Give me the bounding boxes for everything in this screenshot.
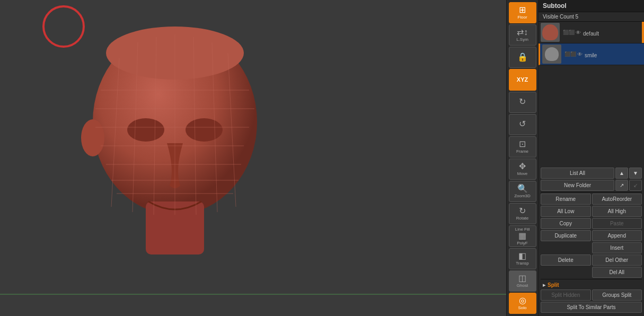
transp-label: Transp	[516, 261, 529, 266]
split-similar-row: Split To Similar Parts	[541, 302, 642, 313]
subtool-controls-default: ⬛⬛ 👁	[563, 30, 581, 36]
ground-line	[0, 294, 506, 295]
controls-section: List All ▲ ▼ New Folder ↗ ↙ Rename AutoR…	[539, 165, 644, 316]
split-label: ▸Split	[541, 280, 642, 289]
linefill-button[interactable]: Line Fill ▦ PolyF	[509, 225, 536, 247]
lock-icon: 🔒	[517, 53, 528, 62]
lsym-label: L.Sym	[516, 37, 528, 42]
frame-icon: ⊡	[519, 140, 526, 148]
auto-reorder-button[interactable]: AutoReorder	[592, 194, 642, 205]
transp-button[interactable]: ◧ Transp	[509, 248, 536, 269]
divider-2	[541, 279, 642, 279]
list-all-row: List All ▲ ▼	[541, 168, 642, 179]
transp-icon: ◧	[518, 252, 526, 260]
move-label: Move	[517, 171, 528, 176]
head-model	[53, 27, 318, 286]
arrow-down-button[interactable]: ▼	[629, 168, 642, 179]
rot1-button[interactable]: ↻	[509, 92, 536, 113]
polyf-label: PolyF	[517, 241, 527, 245]
subtool-name-default: default	[581, 29, 642, 37]
frame-button[interactable]: ⊡ Frame	[509, 136, 536, 157]
subtool-panel: Subtool Visible Count 5 ⬛⬛ 👁 default ⬛⬛ …	[538, 0, 644, 316]
solo-button[interactable]: ◎ Solo	[509, 293, 536, 314]
groups-split-button[interactable]: Groups Split	[592, 289, 642, 301]
floor-label: Floor	[517, 15, 527, 20]
linefill-icon: ▦	[518, 232, 526, 240]
delete-row: Delete Del Other	[541, 254, 642, 266]
rot1-icon: ↻	[519, 98, 526, 106]
folder-arrow2-button[interactable]: ↙	[629, 180, 642, 191]
eye-icon-smile: 👁	[577, 51, 583, 57]
delete-button[interactable]: Delete	[541, 254, 591, 266]
xyz-label: XYZ	[517, 76, 528, 83]
del-all-button[interactable]: Del All	[592, 267, 642, 278]
canvas-area	[0, 0, 506, 316]
ghost-label: Ghost	[517, 283, 528, 288]
visible-count: Visible Count 5	[539, 12, 644, 22]
folder-arrow-button[interactable]: ↗	[615, 180, 628, 191]
xyz-button[interactable]: XYZ	[509, 69, 536, 90]
low-high-row: All Low All High	[541, 206, 642, 217]
eye-icon-default: 👁	[576, 30, 581, 36]
thumb-default	[541, 23, 560, 42]
new-folder-row: New Folder ↗ ↙	[541, 180, 642, 191]
thumb-smile	[542, 45, 561, 64]
divider-1	[541, 192, 642, 192]
lock-button[interactable]: 🔒	[509, 47, 536, 68]
svg-point-5	[81, 119, 104, 156]
thumb-head-smile	[545, 47, 559, 61]
split-hidden-button[interactable]: Split Hidden	[541, 289, 591, 301]
floor-button[interactable]: ⊞ Floor	[509, 2, 536, 23]
move-button[interactable]: ✥ Move	[509, 159, 536, 180]
svg-point-3	[127, 118, 164, 142]
lsym-icon: ⇄↕	[517, 28, 528, 37]
lsym-button[interactable]: ⇄↕ L.Sym	[509, 24, 536, 46]
insert-button[interactable]: Insert	[592, 242, 642, 253]
subtool-item-smile[interactable]: ⬛⬛ 👁 smile	[539, 43, 644, 65]
del-all-row: Del All	[541, 267, 642, 278]
insert-row: Insert	[541, 242, 642, 253]
duplicate-button[interactable]: Duplicate	[541, 230, 591, 241]
copy-paste-row: Copy Paste	[541, 218, 642, 229]
solo-icon: ◎	[519, 296, 526, 305]
list-all-button[interactable]: List All	[541, 168, 614, 179]
arrow-up-button[interactable]: ▲	[615, 168, 628, 179]
del-other-button[interactable]: Del Other	[592, 254, 642, 266]
rename-button[interactable]: Rename	[541, 194, 591, 205]
ghost-icon: ◫	[518, 274, 526, 283]
zoom3d-label: Zoom3D	[514, 194, 531, 198]
solo-label: Solo	[518, 305, 526, 310]
rotate-icon: ↻	[519, 207, 526, 215]
rotate-button[interactable]: ↻ Rotate	[509, 203, 536, 224]
subtool-item-default[interactable]: ⬛⬛ 👁 default	[539, 22, 644, 43]
all-low-button[interactable]: All Low	[541, 206, 591, 217]
subtool-header: Subtool	[539, 0, 644, 12]
move-icon: ✥	[519, 162, 526, 171]
subtool-name-smile: smile	[583, 50, 642, 58]
rot2-icon: ↺	[519, 120, 526, 128]
new-folder-button[interactable]: New Folder	[541, 180, 614, 191]
thumb-head-default	[542, 24, 558, 40]
all-high-button[interactable]: All High	[592, 206, 642, 217]
subtool-spacer	[539, 65, 644, 165]
split-similar-button[interactable]: Split To Similar Parts	[541, 302, 642, 313]
paste-button[interactable]: Paste	[592, 218, 642, 229]
svg-point-4	[186, 118, 223, 142]
zoom3d-icon: 🔍	[517, 185, 528, 193]
ghost-button[interactable]: ◫ Ghost	[509, 270, 536, 292]
subtool-controls-smile: ⬛⬛ 👁	[564, 51, 583, 57]
rename-row: Rename AutoReorder	[541, 194, 642, 205]
copy-button[interactable]: Copy	[541, 218, 591, 229]
dup-append-row: Duplicate Append	[541, 230, 642, 241]
append-button[interactable]: Append	[592, 230, 642, 241]
right-toolbar: ⊞ Floor ⇄↕ L.Sym 🔒 XYZ ↻ ↺ ⊡ Frame ✥ Mov…	[506, 0, 538, 316]
floor-icon: ⊞	[519, 6, 526, 14]
split-row: Split Hidden Groups Split	[541, 289, 642, 301]
frame-label: Frame	[516, 149, 528, 154]
rot2-button[interactable]: ↺	[509, 114, 536, 135]
zoom3d-button[interactable]: 🔍 Zoom3D	[509, 181, 536, 202]
rotate-label: Rotate	[516, 216, 529, 221]
